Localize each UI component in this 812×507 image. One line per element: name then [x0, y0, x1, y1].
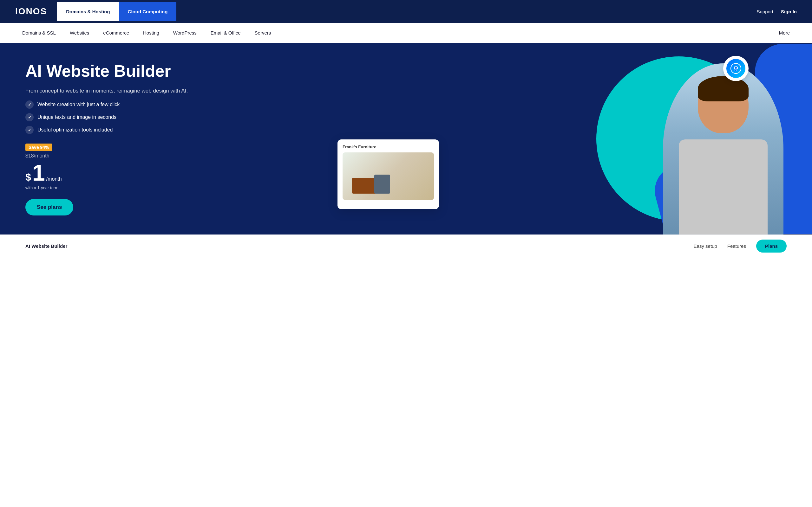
feature-item-2: Unique texts and image in seconds: [26, 113, 188, 121]
nav-item-ecommerce[interactable]: eCommerce: [96, 24, 136, 42]
laptop-screen: [343, 153, 434, 200]
nav-item-websites[interactable]: Websites: [63, 24, 96, 42]
secondary-nav-items: Domains & SSL Websites eCommerce Hosting…: [15, 24, 278, 42]
check-icon-1: [26, 101, 34, 109]
feature-text-1: Website creation with just a few click: [38, 102, 119, 107]
nav-item-domains-ssl[interactable]: Domains & SSL: [15, 24, 63, 42]
person-body: [663, 63, 783, 234]
check-icon-3: [26, 126, 34, 134]
laptop-card: Frank's Furniture: [338, 139, 439, 209]
top-navigation: IONOS Domains & Hosting Cloud Computing …: [0, 0, 812, 23]
price-dollar: $: [26, 171, 31, 183]
ai-icon-badge: [723, 56, 749, 81]
sticky-bar-links: Easy setup Features Plans: [694, 239, 786, 252]
hero-person-image: [660, 57, 786, 234]
sticky-link-features[interactable]: Features: [727, 243, 746, 249]
logo[interactable]: IONOS: [15, 6, 47, 16]
hero-title: AI Website Builder: [26, 62, 188, 80]
nav-item-hosting[interactable]: Hosting: [136, 24, 166, 42]
original-price: $18/month: [26, 153, 188, 159]
hero-visual: Frank's Furniture: [325, 43, 812, 234]
top-nav-right: Support Sign In: [757, 9, 797, 14]
nav-item-email-office[interactable]: Email & Office: [204, 24, 248, 42]
feature-text-3: Useful optimization tools included: [38, 127, 113, 133]
secondary-navigation: Domains & SSL Websites eCommerce Hosting…: [0, 23, 812, 43]
tab-domains-hosting[interactable]: Domains & Hosting: [57, 2, 119, 21]
price-amount: 1: [32, 161, 45, 184]
top-nav-tabs: Domains & Hosting Cloud Computing: [57, 2, 176, 21]
sticky-bottom-bar: AI Website Builder Easy setup Features P…: [0, 234, 812, 257]
price-period: /month: [46, 176, 62, 182]
tab-cloud-computing[interactable]: Cloud Computing: [119, 2, 177, 21]
save-badge: Save 94%: [26, 144, 52, 151]
ai-brain-icon: [730, 63, 742, 74]
feature-item-3: Useful optimization tools included: [26, 126, 188, 134]
hero-section: AI Website Builder From concept to websi…: [0, 43, 812, 234]
see-plans-button[interactable]: See plans: [26, 199, 73, 216]
price-term: with a 1-year term: [26, 185, 188, 190]
ai-icon-inner: [726, 59, 745, 78]
feature-text-2: Unique texts and image in seconds: [38, 114, 116, 120]
hero-content: AI Website Builder From concept to websi…: [26, 62, 188, 216]
sign-in-link[interactable]: Sign In: [781, 9, 797, 14]
laptop-card-title: Frank's Furniture: [343, 145, 434, 149]
check-icon-2: [26, 113, 34, 121]
nav-item-wordpress[interactable]: WordPress: [166, 24, 204, 42]
hero-subtitle: From concept to website in moments, reim…: [26, 88, 188, 94]
svg-point-1: [735, 67, 737, 69]
sticky-bar-title: AI Website Builder: [26, 243, 67, 249]
hero-features: Website creation with just a few click U…: [26, 101, 188, 134]
furniture-chair-decoration: [374, 175, 390, 193]
sticky-link-easy-setup[interactable]: Easy setup: [694, 243, 717, 249]
nav-item-servers[interactable]: Servers: [248, 24, 278, 42]
support-link[interactable]: Support: [757, 9, 773, 14]
sticky-plans-button[interactable]: Plans: [756, 239, 786, 252]
price-row: $ 1 /month: [26, 161, 188, 184]
person-shirt: [679, 139, 768, 234]
feature-item-1: Website creation with just a few click: [26, 101, 188, 109]
nav-more[interactable]: More: [772, 24, 797, 42]
